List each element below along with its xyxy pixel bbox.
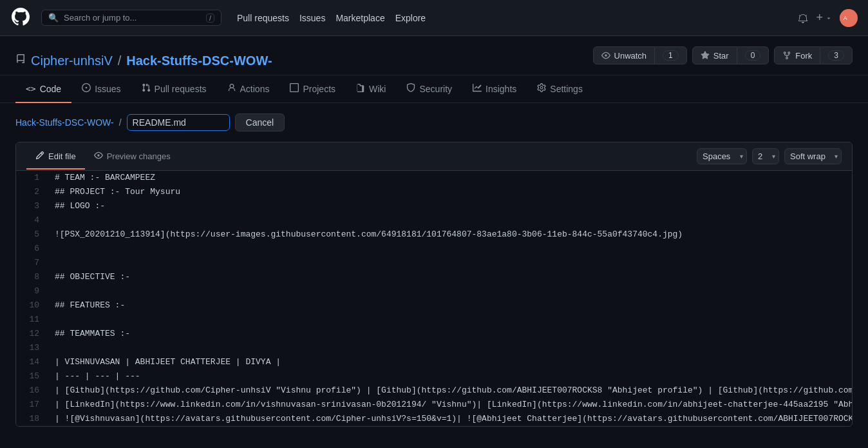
tab-wiki-label: Wiki [369,84,386,94]
create-new-button[interactable]: + [816,11,832,24]
star-count-button[interactable]: 0 [737,47,769,64]
fork-count-button[interactable]: 3 [820,47,852,64]
tab-security-label: Security [419,84,452,94]
topnav-marketplace[interactable]: Marketplace [335,10,384,26]
line-content[interactable] [50,242,852,256]
watch-label: Unwatch [614,51,647,61]
line-content[interactable]: | [Github](https://github.com/Cipher-unh… [50,384,852,398]
line-content[interactable]: ![PSX_20201210_113914](https://user-imag… [50,228,852,242]
indent-select[interactable]: 2 4 8 [752,148,779,164]
search-placeholder: Search or jump to... [64,13,137,23]
repo-icon [15,54,26,67]
line-content[interactable]: | VISHNUVASAN | ABHIJEET CHATTERJEE | DI… [50,355,852,369]
breadcrumb-separator: / [119,117,122,128]
line-content[interactable]: ## PROJECT :- Tour Mysuru [50,185,852,199]
filename-input[interactable] [127,114,230,131]
tab-insights-icon [473,83,482,94]
code-line: 4 [16,213,852,228]
code-line: 15| --- | --- | --- [16,369,852,384]
code-line: 14| VISHNUVASAN | ABHIJEET CHATTERJEE | … [16,355,852,369]
tab-wiki[interactable]: Wiki [346,75,396,103]
code-line: 2## PROJECT :- Tour Mysuru [16,185,852,199]
cancel-button[interactable]: Cancel [235,113,285,131]
line-content[interactable]: ## LOGO :- [50,199,852,213]
tab-actions-icon [227,83,236,94]
watch-count: 1 [663,50,679,61]
line-number: 10 [16,298,50,313]
watch-button[interactable]: Unwatch [594,48,656,64]
line-content[interactable] [50,213,852,228]
line-number: 5 [16,228,50,242]
tab-projects-label: Projects [303,84,335,94]
line-content[interactable] [50,256,852,270]
breadcrumb-repo-link[interactable]: Hack-Stuffs-DSC-WOW- [15,117,114,128]
fork-button-group: Fork 3 [774,46,853,64]
code-line: 9 [16,284,852,298]
star-label: Star [713,51,729,61]
line-number: 7 [16,256,50,270]
preview-changes-tab[interactable]: Preview changes [85,144,180,170]
tab-projects[interactable]: Projects [279,75,346,103]
topnav-pull-requests[interactable]: Pull requests [237,10,289,26]
search-bar[interactable]: 🔍 Search or jump to... / [41,10,222,26]
tab-issues-label: Issues [95,84,120,94]
line-number: 12 [16,327,50,341]
line-content[interactable]: ## OBJECTIVE :- [50,270,852,284]
tab-security[interactable]: Security [396,75,462,103]
tab-pull-requests[interactable]: Pull requests [131,75,217,103]
watch-count-button[interactable]: 1 [655,47,686,64]
editor-toolbar-controls: Spaces Tabs ▾ 2 4 8 ▾ Soft wrap No wrap … [697,148,842,164]
breadcrumb: Hack-Stuffs-DSC-WOW- / Cancel [0,103,868,142]
line-content[interactable] [50,284,852,298]
fork-button[interactable]: Fork [775,48,820,64]
line-number: 1 [16,171,50,185]
line-content[interactable] [50,313,852,327]
fork-count: 3 [828,50,844,61]
watch-button-group: Unwatch 1 [593,46,687,64]
tab-code[interactable]: <> Code [15,76,71,103]
topnav-explore[interactable]: Explore [395,10,426,26]
line-number: 6 [16,242,50,256]
repo-actions: Unwatch 1 Star 0 Fork 3 [593,46,853,75]
topnav-issues[interactable]: Issues [299,10,325,26]
tab-insights[interactable]: Insights [462,75,527,103]
indent-select-wrapper: 2 4 8 ▾ [752,148,779,164]
tab-issues[interactable]: Issues [71,75,131,103]
tab-settings[interactable]: Settings [527,75,593,103]
code-line: 7 [16,256,852,270]
topnav-links: Pull requests Issues Marketplace Explore [237,10,426,26]
preview-changes-label: Preview changes [107,151,171,161]
tab-pr-label: Pull requests [155,84,207,94]
code-editor[interactable]: 1# TEAM :- BARCAMPEEZ2## PROJECT :- Tour… [16,171,852,426]
star-button[interactable]: Star [693,48,737,64]
editor-toolbar: Edit file Preview changes Spaces Tabs ▾ … [16,142,852,171]
soft-wrap-select[interactable]: Soft wrap No wrap [784,148,842,164]
repo-owner-link[interactable]: Cipher-unhsiV [31,54,113,68]
edit-file-tab[interactable]: Edit file [26,144,85,170]
code-line: 17| [LinkedIn](https://www.linkedin.com/… [16,398,852,412]
line-content[interactable]: # TEAM :- BARCAMPEEZ [50,171,852,185]
soft-wrap-select-wrapper: Soft wrap No wrap ▾ [784,148,842,164]
line-content[interactable] [50,341,852,355]
line-number: 4 [16,213,50,228]
spaces-select[interactable]: Spaces Tabs [697,148,747,164]
code-line: 18| ![@Vishnuvasan](https://avatars.gith… [16,412,852,426]
line-content[interactable]: | [LinkedIn](https://www.linkedin.com/in… [50,398,852,412]
line-number: 9 [16,284,50,298]
tab-wiki-icon [356,83,365,94]
line-content[interactable]: ## TEAMMATES :- [50,327,852,341]
svg-text:A: A [844,15,847,21]
line-content[interactable]: | --- | --- | --- [50,369,852,384]
line-number: 8 [16,270,50,284]
repo-name-link[interactable]: Hack-Stuffs-DSC-WOW- [126,54,272,68]
user-avatar[interactable]: A [840,9,858,27]
tab-actions[interactable]: Actions [217,75,280,103]
notification-bell[interactable] [798,13,808,23]
line-number: 13 [16,341,50,355]
code-line: 12## TEAMMATES :- [16,327,852,341]
github-logo[interactable] [10,6,31,29]
line-content[interactable]: ## FEATURES :- [50,298,852,313]
line-number: 2 [16,185,50,199]
line-content[interactable]: | ![@Vishnuvasan](https://avatars.github… [50,412,852,426]
star-count: 0 [745,50,761,61]
